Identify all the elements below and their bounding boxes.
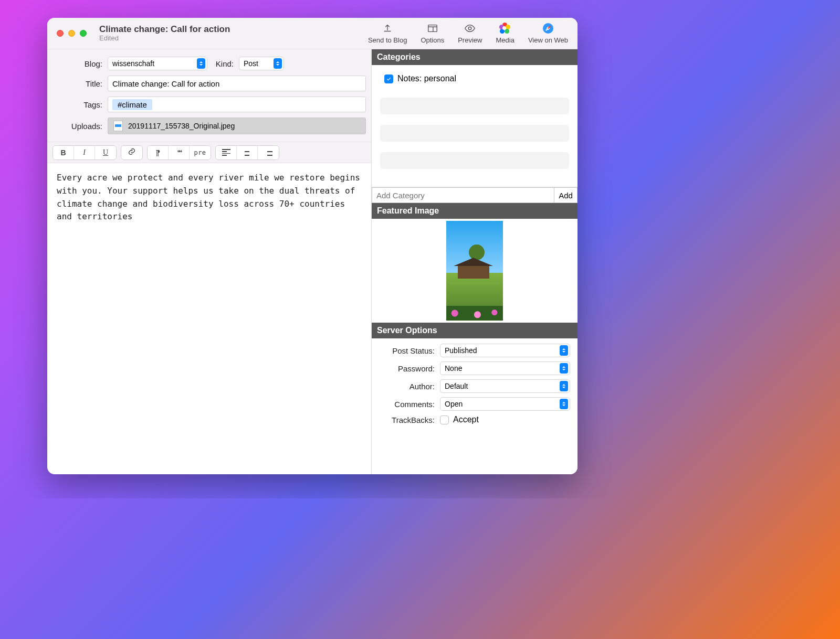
comments-select[interactable]: Open [440, 397, 570, 411]
featured-image-thumbnail [446, 221, 503, 321]
format-toolbar: B I U ¶ pre [47, 142, 371, 163]
window-title: Climate change: Call for action [99, 24, 230, 35]
titlebar: Climate change: Call for action Edited S… [47, 18, 578, 49]
upload-icon [382, 23, 393, 34]
category-item[interactable]: Notes: personal [380, 70, 569, 87]
flower-icon [499, 23, 511, 34]
toolbar-label: Send to Blog [368, 36, 407, 44]
options-button[interactable]: Options [421, 23, 444, 44]
chevron-updown-icon [560, 363, 568, 374]
window-subtitle: Edited [99, 35, 230, 42]
comments-label: Comments: [379, 400, 440, 409]
eye-icon [464, 23, 476, 34]
svg-point-1 [469, 27, 472, 30]
category-placeholder [380, 98, 569, 114]
minimize-icon[interactable] [68, 30, 75, 37]
category-label: Notes: personal [397, 74, 456, 83]
toolbar-label: Preview [458, 36, 482, 44]
paragraph-button[interactable]: ¶ [148, 146, 169, 159]
trackbacks-checkbox[interactable] [440, 416, 449, 424]
featured-image-header: Featured Image [372, 203, 578, 219]
chevron-updown-icon [560, 381, 568, 391]
categories-header: Categories [372, 49, 578, 65]
category-placeholder [380, 125, 569, 142]
svg-rect-0 [428, 25, 437, 32]
blog-select-value: wissenschaft [112, 59, 154, 68]
featured-image-area[interactable] [372, 219, 578, 323]
pre-icon: pre [194, 149, 206, 156]
chevron-updown-icon [274, 58, 282, 69]
blog-select[interactable]: wissenschaft [108, 57, 207, 70]
post-meta-form: Blog: wissenschaft Kind: Post Title: Cli… [47, 49, 371, 142]
panel-icon [427, 23, 438, 34]
kind-select[interactable]: Post [239, 57, 284, 70]
safari-icon [543, 23, 553, 34]
category-placeholder [380, 152, 569, 169]
kind-select-value: Post [244, 59, 258, 68]
chevron-updown-icon [197, 58, 205, 69]
toolbar-label: Media [496, 36, 514, 44]
upload-item[interactable]: 20191117_155738_Original.jpeg [108, 118, 366, 134]
traffic-lights [57, 30, 87, 37]
bold-button[interactable]: B [53, 146, 74, 159]
editor-body[interactable]: Every acre we protect and every river mi… [47, 163, 371, 474]
chevron-updown-icon [560, 399, 568, 409]
toolbar: Send to Blog Options Preview [368, 23, 568, 44]
align-left-icon [222, 149, 230, 155]
preview-button[interactable]: Preview [458, 23, 482, 44]
inspector-column: Categories Notes: personal Add Featured … [372, 49, 578, 474]
document-icon [113, 121, 123, 131]
chevron-updown-icon [560, 345, 568, 356]
server-options-header: Server Options [372, 323, 578, 338]
align-center-icon [243, 149, 251, 155]
app-window: Climate change: Call for action Edited S… [47, 18, 578, 474]
send-to-blog-button[interactable]: Send to Blog [368, 23, 407, 44]
blockquote-button[interactable] [169, 146, 190, 159]
trackbacks-value: Accept [453, 415, 479, 424]
author-label: Author: [379, 382, 440, 391]
kind-label: Kind: [207, 59, 239, 68]
align-right-icon [264, 149, 272, 155]
add-category-input[interactable] [372, 187, 554, 203]
post-status-label: Post Status: [379, 346, 440, 355]
align-right-button[interactable] [258, 146, 279, 159]
link-icon [128, 147, 136, 157]
title-input[interactable]: Climate change: Call for action [108, 76, 366, 91]
upload-filename: 20191117_155738_Original.jpeg [128, 122, 235, 130]
uploads-label: Uploads: [52, 122, 108, 131]
paragraph-icon: ¶ [156, 148, 160, 157]
close-icon[interactable] [57, 30, 64, 37]
maximize-icon[interactable] [80, 30, 87, 37]
editor-column: Blog: wissenschaft Kind: Post Title: Cli… [47, 49, 372, 474]
media-button[interactable]: Media [496, 23, 514, 44]
password-label: Password: [379, 364, 440, 373]
title-input-value: Climate change: Call for action [112, 79, 219, 88]
preformatted-button[interactable]: pre [190, 146, 211, 159]
blog-label: Blog: [52, 59, 108, 68]
tags-input[interactable]: #climate [108, 97, 366, 112]
align-center-button[interactable] [237, 146, 258, 159]
add-category-row: Add [372, 187, 578, 203]
server-options-form: Post Status: Published Password: None Au… [372, 338, 578, 432]
tag-chip[interactable]: #climate [112, 99, 152, 110]
add-category-button[interactable]: Add [554, 187, 578, 203]
underline-button[interactable]: U [95, 146, 116, 159]
password-select[interactable]: None [440, 361, 570, 375]
window-title-group: Climate change: Call for action Edited [99, 24, 230, 42]
toolbar-label: Options [421, 36, 444, 44]
post-status-select[interactable]: Published [440, 344, 570, 357]
categories-list: Notes: personal [372, 65, 578, 187]
quote-icon [177, 148, 181, 157]
title-label: Title: [52, 79, 108, 88]
link-button[interactable] [121, 146, 142, 159]
italic-button[interactable]: I [74, 146, 95, 159]
checkbox-checked-icon[interactable] [384, 74, 393, 83]
align-left-button[interactable] [216, 146, 237, 159]
trackbacks-label: TrackBacks: [379, 416, 440, 424]
tags-label: Tags: [52, 100, 108, 109]
toolbar-label: View on Web [528, 36, 568, 44]
author-select[interactable]: Default [440, 379, 570, 393]
view-on-web-button[interactable]: View on Web [528, 23, 568, 44]
